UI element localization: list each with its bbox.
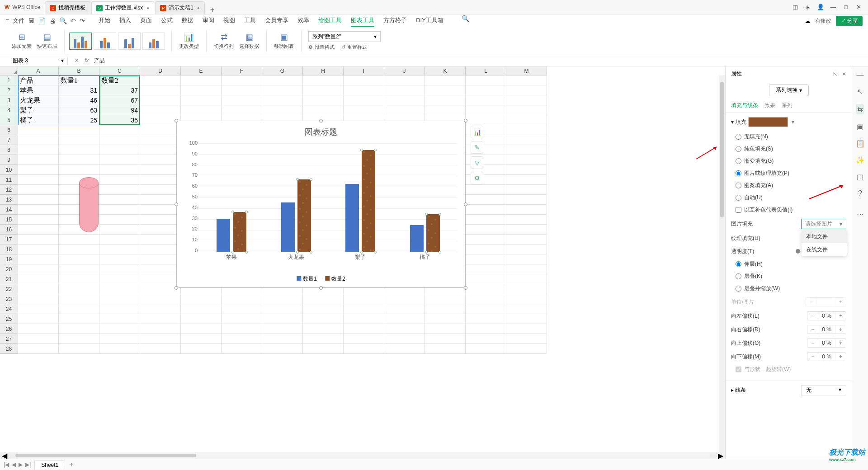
cell[interactable] (466, 324, 506, 334)
chart-style-thumb[interactable] (94, 33, 116, 50)
cell[interactable] (18, 294, 59, 304)
inc-button[interactable]: + (835, 325, 846, 334)
cell[interactable] (384, 75, 425, 85)
cell[interactable] (18, 145, 59, 155)
cell[interactable] (262, 95, 303, 105)
cell[interactable] (99, 304, 140, 314)
tab-view[interactable]: 视图 (223, 15, 235, 27)
cell[interactable] (99, 165, 140, 175)
cell[interactable] (506, 75, 547, 85)
cell[interactable] (466, 95, 506, 105)
cell[interactable]: 火龙果 (18, 95, 59, 105)
cell[interactable] (466, 304, 506, 314)
doc-tab-workbook[interactable]: S 工作簿数量.xlsx ● (91, 1, 154, 14)
cell[interactable] (18, 344, 59, 354)
cell[interactable] (466, 85, 506, 95)
col-header[interactable]: K (425, 66, 466, 75)
formula-input-area[interactable]: ✕ fx 产品 (68, 57, 868, 65)
series-options-button[interactable]: 系列选项▾ (769, 84, 809, 96)
cell[interactable] (18, 334, 59, 344)
cell[interactable] (59, 135, 99, 145)
format-selection-button[interactable]: ⚙设置格式 (308, 44, 335, 51)
cell[interactable] (140, 145, 181, 155)
row-header[interactable]: 15 (0, 215, 18, 225)
cell[interactable] (99, 264, 140, 274)
legend-entry[interactable]: 数量1 (297, 275, 317, 283)
cell[interactable]: 67 (99, 95, 140, 105)
cell[interactable]: 苹果 (18, 85, 59, 95)
redo-icon[interactable]: ↷ (80, 17, 85, 24)
row-header[interactable]: 22 (0, 284, 18, 294)
tab-effects[interactable]: 效果 (764, 102, 775, 109)
cell[interactable] (222, 95, 262, 105)
inc-button[interactable]: + (835, 352, 846, 361)
close-panel-icon[interactable]: ✕ (842, 71, 846, 77)
col-header[interactable]: A (18, 66, 59, 75)
doc-tab-presentation[interactable]: P 演示文稿1 ● (155, 1, 205, 14)
row-header[interactable]: 9 (0, 155, 18, 165)
cell[interactable] (466, 225, 506, 235)
cell[interactable] (140, 314, 181, 324)
tab-fill-line[interactable]: 填充与线条 (731, 102, 758, 109)
cell[interactable] (466, 185, 506, 195)
cell[interactable] (303, 105, 344, 115)
cell[interactable]: 35 (99, 115, 140, 125)
cell[interactable] (262, 75, 303, 85)
search-icon[interactable]: 🔍 (462, 15, 469, 27)
resize-handle[interactable] (319, 286, 323, 290)
cell[interactable] (262, 304, 303, 314)
cell[interactable] (99, 195, 140, 205)
cell[interactable] (506, 314, 547, 324)
col-header[interactable]: C (99, 66, 140, 75)
menu-online-file[interactable]: 在线文件 (802, 243, 847, 256)
cell[interactable] (466, 215, 506, 225)
select-data-button[interactable]: ▦选择数据 (236, 32, 262, 50)
cell[interactable] (99, 155, 140, 165)
cell[interactable] (99, 254, 140, 264)
tab-draw-tools[interactable]: 绘图工具 (318, 15, 342, 27)
cell[interactable] (59, 304, 99, 314)
cell[interactable]: 产品 (18, 75, 59, 85)
complement-negative-check[interactable]: 以互补色代表负值(I) (731, 204, 846, 216)
layers-icon[interactable]: ▣ (857, 122, 863, 131)
offset-value[interactable]: 0 % (818, 325, 835, 334)
cell[interactable] (262, 344, 303, 354)
cell[interactable] (506, 294, 547, 304)
cell[interactable] (466, 314, 506, 324)
fx-icon[interactable]: fx (85, 57, 89, 64)
col-header[interactable]: M (506, 66, 547, 75)
cell[interactable] (344, 95, 384, 105)
cell[interactable] (59, 294, 99, 304)
cell[interactable] (506, 105, 547, 115)
cell[interactable] (18, 225, 59, 235)
cell[interactable] (99, 215, 140, 225)
tab-insert[interactable]: 插入 (119, 15, 131, 27)
cell[interactable] (18, 244, 59, 254)
cell[interactable] (466, 105, 506, 115)
cell[interactable] (140, 264, 181, 274)
name-box[interactable]: 图表 3▾ (9, 57, 68, 65)
cell[interactable] (344, 324, 384, 334)
cell[interactable] (466, 284, 506, 294)
cell[interactable] (384, 85, 425, 95)
cell[interactable] (181, 75, 222, 85)
chart-legend[interactable]: 数量1 数量2 (297, 275, 345, 283)
resize-handle[interactable] (175, 119, 178, 122)
cell[interactable] (506, 334, 547, 344)
chart-style-thumb[interactable] (142, 33, 165, 50)
dec-button[interactable]: − (807, 352, 818, 361)
cell[interactable] (18, 205, 59, 215)
tools-icon[interactable]: ✨ (856, 156, 865, 164)
cell[interactable] (466, 75, 506, 85)
bar-series2[interactable] (362, 150, 375, 252)
chart-style-button[interactable]: ✎ (471, 141, 483, 154)
select-icon[interactable]: ↖ (857, 87, 863, 96)
cell[interactable] (425, 95, 466, 105)
reset-style-button[interactable]: ↺重置样式 (341, 44, 367, 51)
cell[interactable] (181, 95, 222, 105)
tab-diy[interactable]: DIY工具箱 (416, 15, 443, 27)
cell[interactable] (181, 344, 222, 354)
cell[interactable] (140, 95, 181, 105)
vertical-scrollbar[interactable] (719, 75, 725, 452)
undo-icon[interactable]: ↶ (71, 17, 76, 24)
